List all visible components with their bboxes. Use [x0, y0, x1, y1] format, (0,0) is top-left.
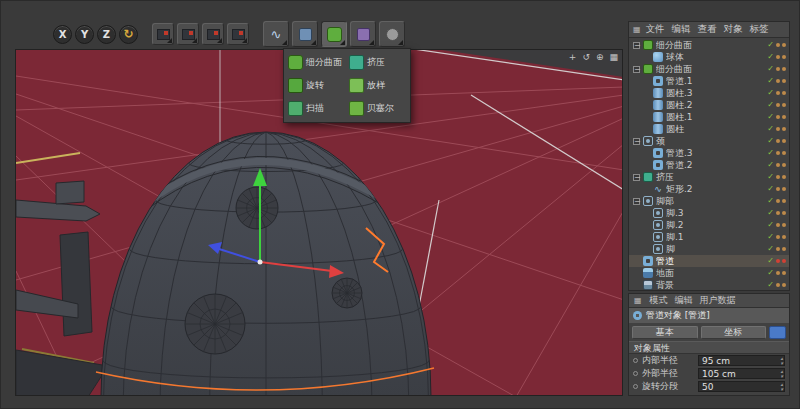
render-visibility-dot[interactable] [782, 91, 786, 95]
editor-visibility-dot[interactable] [776, 259, 780, 263]
expand-toggle[interactable] [643, 222, 650, 229]
render-visibility-dot[interactable] [782, 211, 786, 215]
menu-item[interactable]: 查看 [698, 23, 717, 36]
render-visibility-dot[interactable] [782, 103, 786, 107]
object-row[interactable]: 脚.2 ✓ [629, 219, 789, 231]
render-visibility-dot[interactable] [782, 235, 786, 239]
render-visibility-dot[interactable] [782, 43, 786, 47]
object-row[interactable]: − 细分曲面 ✓ [629, 63, 789, 75]
object-row[interactable]: 地面 ✓ [629, 267, 789, 279]
expand-toggle[interactable] [643, 90, 650, 97]
render-visibility-dot[interactable] [782, 175, 786, 179]
rotate-view-icon[interactable]: ↺ [582, 51, 590, 63]
object-row[interactable]: 管道 ✓ [629, 255, 789, 267]
menu-item[interactable]: 标签 [750, 23, 769, 36]
expand-toggle[interactable]: − [633, 42, 640, 49]
render-visibility-dot[interactable] [782, 283, 786, 287]
expand-toggle[interactable] [633, 270, 640, 277]
maximize-view-icon[interactable]: ▦ [609, 51, 618, 63]
enabled-check-icon[interactable]: ✓ [767, 76, 774, 86]
object-row[interactable]: 脚.3 ✓ [629, 207, 789, 219]
enabled-check-icon[interactable]: ✓ [767, 100, 774, 110]
object-row[interactable]: 圆柱.1 ✓ [629, 111, 789, 123]
enabled-check-icon[interactable]: ✓ [767, 148, 774, 158]
expand-toggle[interactable] [643, 246, 650, 253]
zoom-icon[interactable]: ⊕ [596, 51, 604, 63]
deformer-button[interactable] [350, 21, 376, 47]
y-axis-lock-button[interactable]: Y [75, 25, 94, 44]
flyout-item[interactable]: 细分曲面 [286, 51, 347, 74]
editor-visibility-dot[interactable] [776, 247, 780, 251]
editor-visibility-dot[interactable] [776, 283, 780, 287]
enabled-check-icon[interactable]: ✓ [767, 40, 774, 50]
object-row[interactable]: 管道.3 ✓ [629, 147, 789, 159]
editor-visibility-dot[interactable] [776, 127, 780, 131]
expand-toggle[interactable] [643, 114, 650, 121]
object-row[interactable]: 球体 ✓ [629, 51, 789, 63]
menu-item[interactable]: 文件 [646, 23, 665, 36]
pan-icon[interactable]: + [569, 51, 577, 63]
scene-object-button[interactable] [379, 21, 405, 47]
object-row[interactable]: 背景 ✓ [629, 279, 789, 290]
object-row[interactable]: 脚 ✓ [629, 243, 789, 255]
stepper-icon[interactable]: ▴▾ [780, 369, 783, 379]
editor-visibility-dot[interactable] [776, 271, 780, 275]
enabled-check-icon[interactable]: ✓ [767, 220, 774, 230]
editor-visibility-dot[interactable] [776, 91, 780, 95]
tab-coordinates[interactable]: 坐标 [701, 326, 767, 339]
object-row[interactable]: 圆柱 ✓ [629, 123, 789, 135]
editor-visibility-dot[interactable] [776, 211, 780, 215]
stepper-icon[interactable]: ▴▾ [780, 356, 783, 366]
editor-visibility-dot[interactable] [776, 115, 780, 119]
keyframe-dot[interactable] [633, 384, 638, 389]
enabled-check-icon[interactable]: ✓ [767, 184, 774, 194]
object-row[interactable]: 圆柱.3 ✓ [629, 87, 789, 99]
freehand-spline-button[interactable]: ∿ [263, 21, 289, 47]
editor-visibility-dot[interactable] [776, 151, 780, 155]
subdivision-surface-button[interactable] [321, 21, 347, 47]
object-row[interactable]: 圆柱.2 ✓ [629, 99, 789, 111]
mode-tab[interactable]: 编辑 [675, 294, 693, 307]
object-row[interactable]: − 脚部 ✓ [629, 195, 789, 207]
enabled-check-icon[interactable]: ✓ [767, 88, 774, 98]
editor-visibility-dot[interactable] [776, 187, 780, 191]
tab-basic[interactable]: 基本 [632, 326, 698, 339]
editor-visibility-dot[interactable] [776, 175, 780, 179]
expand-toggle[interactable] [633, 258, 640, 265]
expand-toggle[interactable]: − [633, 198, 640, 205]
enabled-check-icon[interactable]: ✓ [767, 268, 774, 278]
expand-toggle[interactable]: − [633, 174, 640, 181]
expand-toggle[interactable] [643, 162, 650, 169]
value-input[interactable]: 105 cm ▴▾ [698, 368, 785, 379]
value-input[interactable]: 95 cm ▴▾ [698, 355, 785, 366]
editor-visibility-dot[interactable] [776, 199, 780, 203]
flyout-item[interactable]: 放样 [347, 74, 408, 97]
expand-toggle[interactable] [643, 126, 650, 133]
enabled-check-icon[interactable]: ✓ [767, 208, 774, 218]
object-row[interactable]: − 颈 ✓ [629, 135, 789, 147]
render-queue-button[interactable] [227, 23, 249, 45]
menu-item[interactable]: 对象 [724, 23, 743, 36]
editor-visibility-dot[interactable] [776, 139, 780, 143]
mode-tab[interactable]: 模式 [650, 294, 668, 307]
flyout-item[interactable]: 贝塞尔 [347, 97, 408, 120]
expand-toggle[interactable] [643, 54, 650, 61]
render-visibility-dot[interactable] [782, 187, 786, 191]
render-view-button[interactable] [152, 23, 174, 45]
enabled-check-icon[interactable]: ✓ [767, 280, 774, 290]
editor-visibility-dot[interactable] [776, 67, 780, 71]
editor-visibility-dot[interactable] [776, 223, 780, 227]
render-visibility-dot[interactable] [782, 139, 786, 143]
render-visibility-dot[interactable] [782, 151, 786, 155]
editor-visibility-dot[interactable] [776, 103, 780, 107]
enabled-check-icon[interactable]: ✓ [767, 136, 774, 146]
expand-toggle[interactable] [643, 150, 650, 157]
object-row[interactable]: 脚.1 ✓ [629, 231, 789, 243]
render-visibility-dot[interactable] [782, 223, 786, 227]
z-axis-lock-button[interactable]: Z [97, 25, 116, 44]
panel-menu-icon[interactable]: ▦ [633, 25, 641, 34]
editor-visibility-dot[interactable] [776, 79, 780, 83]
editor-visibility-dot[interactable] [776, 235, 780, 239]
render-visibility-dot[interactable] [782, 79, 786, 83]
expand-toggle[interactable] [633, 282, 640, 289]
